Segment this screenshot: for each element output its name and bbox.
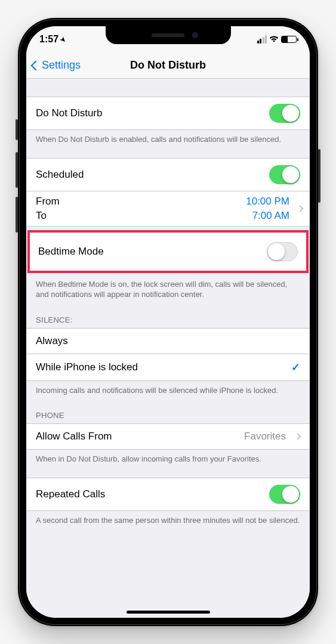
- repeated-calls-toggle[interactable]: [269, 485, 300, 504]
- allow-calls-value: Favorites: [244, 431, 286, 442]
- front-camera: [192, 32, 198, 38]
- repeated-calls-footer: A second call from the same person withi…: [26, 511, 310, 531]
- silence-always-label: Always: [36, 335, 300, 347]
- bedtime-row[interactable]: Bedtime Mode: [30, 233, 306, 271]
- cellular-signal-icon: [257, 35, 267, 44]
- power-button[interactable]: [318, 149, 320, 203]
- bedtime-label: Bedtime Mode: [38, 246, 267, 258]
- volume-up-button[interactable]: [16, 152, 18, 188]
- dnd-row[interactable]: Do Not Disturb: [26, 97, 310, 130]
- chevron-left-icon: [31, 60, 41, 70]
- allow-calls-label: Allow Calls From: [36, 431, 244, 442]
- repeated-calls-row[interactable]: Repeated Calls: [26, 478, 310, 511]
- location-icon: ➤: [58, 35, 68, 44]
- from-value: 10:00 PM: [246, 196, 289, 208]
- home-indicator[interactable]: [127, 611, 210, 614]
- wifi-icon: [269, 36, 279, 43]
- bedtime-toggle[interactable]: [267, 242, 298, 261]
- screen: 1:57 ➤ Settings Do Not Disturb: [26, 26, 310, 618]
- checkmark-icon: ✓: [291, 361, 300, 374]
- back-label: Settings: [42, 59, 81, 72]
- allow-calls-footer: When in Do Not Disturb, allow incoming c…: [26, 450, 310, 469]
- volume-down-button[interactable]: [16, 197, 18, 233]
- repeated-calls-label: Repeated Calls: [36, 488, 269, 500]
- scheduled-label: Scheduled: [36, 169, 269, 181]
- silence-header: SILENCE:: [26, 305, 310, 328]
- navigation-bar: Settings Do Not Disturb: [26, 52, 310, 79]
- scheduled-toggle[interactable]: [269, 165, 300, 184]
- mute-switch[interactable]: [16, 119, 18, 140]
- from-label: From: [36, 196, 246, 208]
- content-scroll[interactable]: Do Not Disturb When Do Not Disturb is en…: [26, 79, 310, 618]
- silence-always-row[interactable]: Always: [26, 328, 310, 354]
- device-frame: 1:57 ➤ Settings Do Not Disturb: [18, 18, 318, 626]
- bedtime-footer: When Bedtime Mode is on, the lock screen…: [26, 275, 310, 305]
- silence-locked-label: While iPhone is locked: [36, 361, 291, 373]
- status-time: 1:57: [39, 34, 58, 45]
- silence-footer: Incoming calls and notifications will be…: [26, 381, 310, 401]
- battery-icon: [281, 36, 297, 43]
- scheduled-row[interactable]: Scheduled: [26, 158, 310, 191]
- dnd-toggle[interactable]: [269, 104, 300, 123]
- highlight-bedtime: Bedtime Mode: [27, 230, 309, 273]
- silence-locked-row[interactable]: While iPhone is locked ✓: [26, 354, 310, 381]
- to-value: 7:00 AM: [252, 210, 289, 222]
- phone-header: PHONE: [26, 400, 310, 423]
- speaker-grille: [152, 33, 184, 37]
- notch: [106, 26, 231, 44]
- allow-calls-row[interactable]: Allow Calls From Favorites: [26, 423, 310, 450]
- scheduled-time-row[interactable]: From 10:00 PM To 7:00 AM: [26, 191, 310, 227]
- to-label: To: [36, 210, 252, 222]
- dnd-footer: When Do Not Disturb is enabled, calls an…: [26, 130, 310, 150]
- dnd-label: Do Not Disturb: [36, 107, 269, 119]
- chevron-right-icon: [294, 434, 301, 440]
- back-button[interactable]: Settings: [32, 59, 81, 72]
